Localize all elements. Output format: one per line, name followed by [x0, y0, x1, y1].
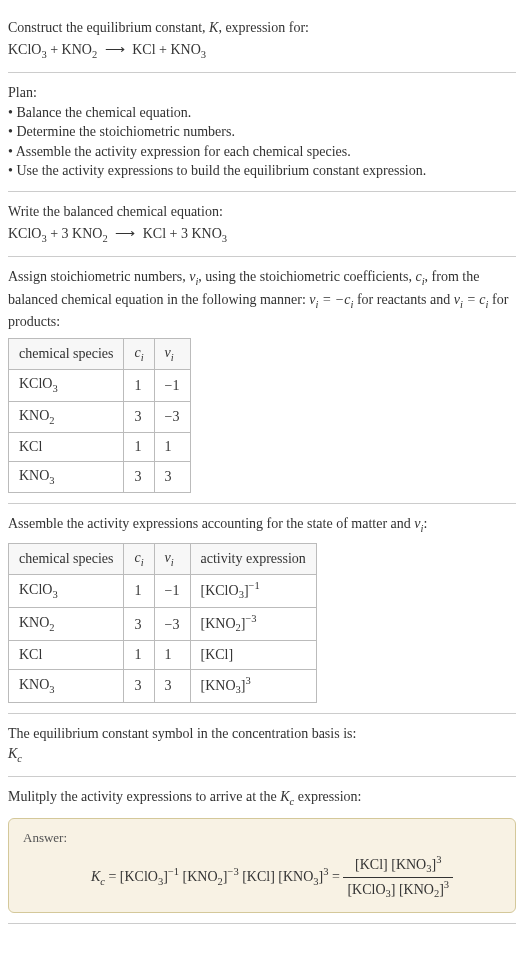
- answer-fraction: [KCl] [KNO3]3 [KClO3] [KNO2]3: [343, 853, 453, 902]
- stoich-rule2: νi = ci: [454, 292, 489, 307]
- cell-species: KClO3: [9, 575, 124, 608]
- cell-expr: [KNO2]−3: [190, 608, 316, 641]
- intro-text-1b: , expression for:: [218, 20, 309, 35]
- col-nu: νi: [154, 338, 190, 369]
- frac-denominator: [KClO3] [KNO2]3: [343, 878, 453, 902]
- cell-species: KClO3: [9, 370, 124, 401]
- table-row: KClO3 1 −1 [KClO3]−1: [9, 575, 317, 608]
- cell-species: KCl: [9, 433, 124, 462]
- stoich-text: Assign stoichiometric numbers, νi, using…: [8, 267, 516, 332]
- stoich-nu: νi: [189, 269, 198, 284]
- stoich-table: chemical species ci νi KClO3 1 −1 KNO2 3…: [8, 338, 191, 494]
- mult-t2: expression:: [294, 789, 361, 804]
- multiply-section: Mulitply the activity expressions to arr…: [8, 777, 516, 924]
- answer-label: Answer:: [23, 829, 501, 847]
- table-row: KNO3 3 3 [KNO3]3: [9, 670, 317, 703]
- plan-bullet-4: • Use the activity expressions to build …: [8, 161, 516, 181]
- balanced-equation: KClO3 + 3 KNO2 ⟶ KCl + 3 KNO3: [8, 224, 516, 246]
- cell-nu: −3: [154, 401, 190, 432]
- balanced-header: Write the balanced chemical equation:: [8, 202, 516, 222]
- cell-species: KNO2: [9, 608, 124, 641]
- cell-nu: 3: [154, 670, 190, 703]
- eq-sign-2: =: [332, 869, 343, 884]
- activity-table: chemical species ci νi activity expressi…: [8, 543, 317, 704]
- plan-bullet-1: • Balance the chemical equation.: [8, 103, 516, 123]
- cell-species: KCl: [9, 641, 124, 670]
- cell-expr: [KClO3]−1: [190, 575, 316, 608]
- cell-species: KNO2: [9, 401, 124, 432]
- cell-nu: −1: [154, 575, 190, 608]
- mult-t1: Mulitply the activity expressions to arr…: [8, 789, 280, 804]
- cell-nu: 3: [154, 461, 190, 492]
- intro-line: Construct the equilibrium constant, K, e…: [8, 18, 516, 38]
- cell-nu: 1: [154, 641, 190, 670]
- table-header-row: chemical species ci νi: [9, 338, 191, 369]
- arrow-icon: ⟶: [105, 40, 125, 60]
- cell-nu: −3: [154, 608, 190, 641]
- mult-kc: Kc: [280, 789, 294, 804]
- answer-box: Answer: Kc = [KClO3]−1 [KNO2]−3 [KCl] [K…: [8, 818, 516, 913]
- intro-equation: KClO3 + KNO2 ⟶ KCl + KNO3: [8, 40, 516, 62]
- plan-header: Plan:: [8, 83, 516, 103]
- answer-kc: Kc: [91, 869, 105, 884]
- symbol-text: The equilibrium constant symbol in the c…: [8, 724, 516, 744]
- col-species: chemical species: [9, 543, 124, 574]
- table-row: KNO2 3 −3: [9, 401, 191, 432]
- plan-section: Plan: • Balance the chemical equation. •…: [8, 73, 516, 192]
- stoich-ci: ci: [415, 269, 424, 284]
- col-ci: ci: [124, 543, 154, 574]
- symbol-section: The equilibrium constant symbol in the c…: [8, 714, 516, 777]
- activity-header: Assemble the activity expressions accoun…: [8, 514, 516, 536]
- activity-section: Assemble the activity expressions accoun…: [8, 504, 516, 714]
- cell-ci: 1: [124, 433, 154, 462]
- table-row: KCl 1 1 [KCl]: [9, 641, 317, 670]
- stoich-rule1: νi = −ci: [309, 292, 353, 307]
- answer-formula: Kc = [KClO3]−1 [KNO2]−3 [KCl] [KNO3]3 = …: [23, 853, 501, 902]
- table-row: KClO3 1 −1: [9, 370, 191, 401]
- col-expr: activity expression: [190, 543, 316, 574]
- frac-numerator: [KCl] [KNO3]3: [343, 853, 453, 878]
- answer-product: [KClO3]−1 [KNO2]−3 [KCl] [KNO3]3: [120, 869, 329, 884]
- kc-symbol: Kc: [8, 744, 516, 766]
- stoich-t4: for reactants and: [353, 292, 453, 307]
- cell-ci: 3: [124, 461, 154, 492]
- cell-nu: −1: [154, 370, 190, 401]
- intro-K: K: [209, 20, 218, 35]
- arrow-icon: ⟶: [115, 224, 135, 244]
- eq-sign: =: [108, 869, 119, 884]
- cell-ci: 1: [124, 575, 154, 608]
- col-species: chemical species: [9, 338, 124, 369]
- table-row: KNO3 3 3: [9, 461, 191, 492]
- cell-species: KNO3: [9, 461, 124, 492]
- stoich-t1: Assign stoichiometric numbers,: [8, 269, 189, 284]
- balanced-section: Write the balanced chemical equation: KC…: [8, 192, 516, 257]
- cell-ci: 3: [124, 608, 154, 641]
- intro-text-1: Construct the equilibrium constant,: [8, 20, 209, 35]
- stoich-section: Assign stoichiometric numbers, νi, using…: [8, 257, 516, 504]
- cell-expr: [KCl]: [190, 641, 316, 670]
- plan-bullet-3: • Assemble the activity expression for e…: [8, 142, 516, 162]
- cell-ci: 1: [124, 641, 154, 670]
- table-row: KCl 1 1: [9, 433, 191, 462]
- col-nu: νi: [154, 543, 190, 574]
- cell-ci: 1: [124, 370, 154, 401]
- cell-ci: 3: [124, 670, 154, 703]
- cell-expr: [KNO3]3: [190, 670, 316, 703]
- intro-section: Construct the equilibrium constant, K, e…: [8, 8, 516, 73]
- cell-species: KNO3: [9, 670, 124, 703]
- table-row: KNO2 3 −3 [KNO2]−3: [9, 608, 317, 641]
- plan-bullet-2: • Determine the stoichiometric numbers.: [8, 122, 516, 142]
- table-header-row: chemical species ci νi activity expressi…: [9, 543, 317, 574]
- cell-nu: 1: [154, 433, 190, 462]
- cell-ci: 3: [124, 401, 154, 432]
- col-ci: ci: [124, 338, 154, 369]
- multiply-text: Mulitply the activity expressions to arr…: [8, 787, 516, 809]
- stoich-t2: , using the stoichiometric coefficients,: [198, 269, 415, 284]
